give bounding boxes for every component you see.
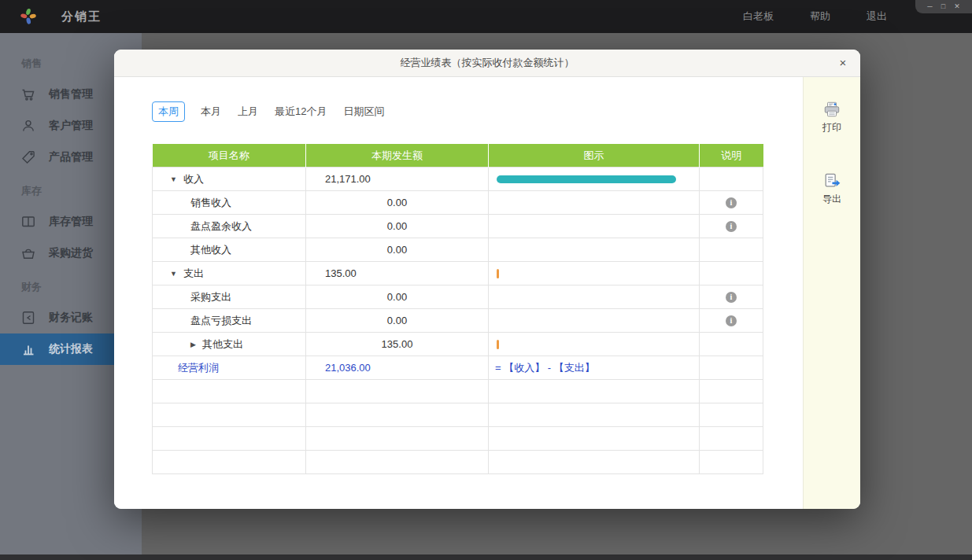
report-table: 项目名称本期发生额图示说明 ▼收入21,171.00销售收入0.00i盘点盈余收…	[152, 144, 763, 474]
amount-cell: 0.00	[306, 191, 489, 215]
expense-bar	[497, 269, 499, 278]
info-icon[interactable]: i	[726, 315, 737, 326]
table-row	[153, 403, 763, 427]
triangle-down-icon[interactable]: ▼	[170, 175, 177, 183]
table-row: 盘点盈余收入0.00i	[153, 215, 763, 238]
minimize-icon[interactable]: ─	[927, 3, 932, 10]
tab-last-month[interactable]: 上月	[237, 102, 259, 121]
bar-cell	[489, 238, 700, 262]
table-row: ▶其他支出135.00	[153, 333, 763, 356]
print-button[interactable]: 打印	[804, 101, 860, 134]
note-cell: i	[700, 309, 763, 333]
item-name-cell: 经营利润	[153, 356, 306, 380]
bar-cell	[489, 262, 700, 286]
item-name: 销售收入	[190, 197, 231, 208]
item-name: 盘点盈余收入	[190, 220, 252, 232]
amount-cell: 0.00	[306, 309, 489, 333]
tab-date-range[interactable]: 日期区间	[342, 102, 385, 121]
close-window-icon[interactable]: ✕	[954, 3, 960, 10]
item-name-cell	[153, 403, 306, 427]
table-row: 经营利润21,036.00= 【收入】 - 【支出】	[153, 356, 763, 380]
maximize-icon[interactable]: □	[941, 3, 945, 10]
item-name: 盘点亏损支出	[190, 315, 252, 326]
tab-this-week[interactable]: 本周	[152, 101, 185, 122]
item-name-cell: 盘点亏损支出	[153, 309, 306, 333]
note-cell	[700, 451, 763, 474]
triangle-right-icon[interactable]: ▶	[190, 341, 196, 348]
item-name: 其他收入	[190, 244, 231, 256]
info-icon[interactable]: i	[726, 197, 737, 208]
amount-cell: 21,171.00	[306, 168, 489, 191]
titlebar: 分销王 白老板 帮助 退出 ─ □ ✕	[0, 0, 972, 33]
item-name-cell	[153, 427, 306, 451]
tab-last-12-months[interactable]: 最近12个月	[274, 102, 327, 121]
item-name: 采购支出	[190, 291, 231, 303]
app-logo-icon	[19, 7, 38, 26]
period-tabs: 本周本月上月最近12个月日期区间	[152, 101, 802, 122]
table-row: ▼收入21,171.00	[153, 168, 763, 191]
item-name: 其他支出	[202, 338, 243, 350]
sidebar-item-label: 客户管理	[49, 119, 93, 133]
table-row: 采购支出0.00i	[153, 286, 763, 309]
profit-formula: = 【收入】 - 【支出】	[489, 362, 595, 374]
table-row: 销售收入0.00i	[153, 191, 763, 215]
export-icon	[804, 172, 860, 190]
table-row	[153, 427, 763, 451]
amount-cell: 135.00	[306, 333, 489, 356]
window-controls: ─ □ ✕	[915, 0, 972, 13]
help-menu[interactable]: 帮助	[810, 9, 830, 24]
product-tag-icon	[20, 149, 36, 165]
bar-cell	[489, 191, 700, 215]
info-icon[interactable]: i	[726, 292, 737, 303]
table-row: 其他收入0.00	[153, 238, 763, 262]
bar-cell	[489, 380, 700, 403]
bar-cell	[489, 403, 700, 427]
info-icon[interactable]: i	[726, 221, 737, 232]
column-header: 图示	[489, 144, 700, 168]
report-chart-icon	[20, 341, 36, 357]
dialog-header: 经营业绩表（按实际收付款金额统计） ×	[114, 50, 860, 77]
export-label: 导出	[822, 193, 841, 204]
amount-cell: 0.00	[306, 215, 489, 238]
bar-cell: = 【收入】 - 【支出】	[489, 356, 700, 380]
bar-cell	[489, 286, 700, 309]
note-cell	[700, 333, 763, 356]
bar-cell	[489, 215, 700, 238]
item-name-cell: 采购支出	[153, 286, 306, 309]
logout-menu[interactable]: 退出	[867, 9, 887, 24]
table-row	[153, 380, 763, 403]
note-cell	[700, 380, 763, 403]
app-title: 分销王	[61, 9, 102, 24]
amount-cell	[306, 403, 489, 427]
column-header: 说明	[700, 144, 763, 168]
close-icon[interactable]: ×	[834, 54, 852, 72]
export-button[interactable]: 导出	[804, 172, 860, 206]
amount-cell	[306, 427, 489, 451]
note-cell: i	[700, 215, 763, 238]
bar-cell	[489, 451, 700, 474]
purchase-basket-icon	[20, 245, 36, 261]
table-row: 盘点亏损支出0.00i	[153, 309, 763, 333]
amount-cell: 135.00	[306, 262, 489, 286]
amount-cell: 0.00	[306, 286, 489, 309]
item-name-cell: 盘点盈余收入	[153, 215, 306, 238]
item-name-cell	[153, 451, 306, 474]
item-name: 收入	[183, 173, 204, 185]
bar-cell	[489, 333, 700, 356]
note-cell	[700, 427, 763, 451]
triangle-down-icon[interactable]: ▼	[170, 270, 177, 278]
user-menu[interactable]: 白老板	[743, 9, 774, 24]
tab-this-month[interactable]: 本月	[200, 102, 222, 121]
note-cell	[700, 356, 763, 380]
window-bottom-edge	[0, 554, 972, 560]
bar-cell	[489, 309, 700, 333]
sidebar-item-label: 采购进货	[49, 246, 93, 260]
ledger-icon	[20, 310, 36, 326]
sidebar-item-label: 销售管理	[49, 87, 93, 101]
table-row: ▼支出135.00	[153, 262, 763, 286]
sidebar-item-label: 财务记账	[49, 311, 93, 325]
amount-cell: 0.00	[306, 238, 489, 262]
print-label: 打印	[822, 122, 841, 133]
cart-icon	[20, 87, 36, 102]
note-cell: i	[700, 286, 763, 309]
